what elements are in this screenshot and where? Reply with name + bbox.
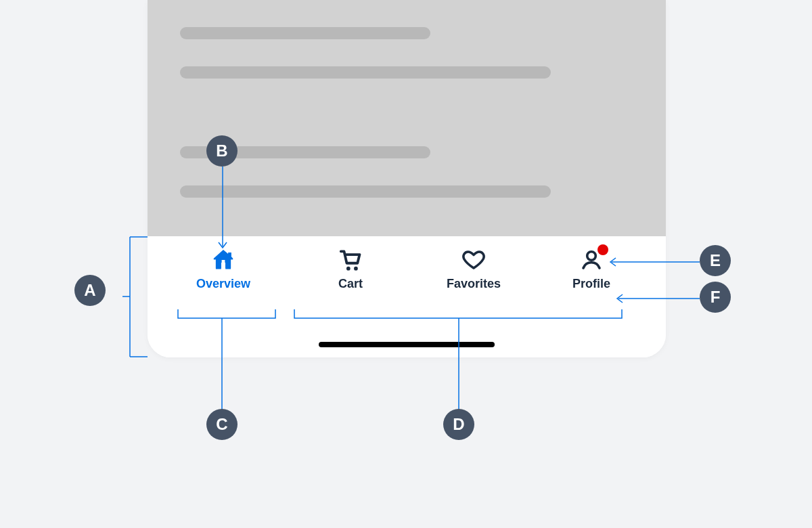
callout-a: A (74, 275, 106, 306)
placeholder-line (180, 66, 551, 79)
tab-label-profile: Profile (572, 277, 610, 291)
callout-b: B (206, 135, 238, 167)
callout-f: F (700, 282, 731, 313)
callout-line-a (122, 236, 149, 372)
tab-favorites[interactable]: Favorites (440, 247, 508, 291)
callout-line-d (294, 309, 632, 424)
svg-rect-0 (222, 260, 225, 264)
callout-c: C (206, 409, 238, 440)
tab-cart[interactable]: Cart (321, 247, 380, 291)
svg-point-2 (354, 267, 358, 271)
callout-line-b (217, 167, 229, 252)
tab-profile[interactable]: Profile (562, 247, 621, 291)
tab-overview[interactable]: Overview (194, 247, 253, 291)
callout-d: D (443, 409, 474, 440)
svg-point-3 (587, 252, 596, 261)
svg-point-1 (346, 267, 351, 271)
callout-line-e (606, 256, 701, 268)
callout-e: E (700, 245, 731, 276)
heart-icon (461, 247, 487, 273)
placeholder-line (180, 185, 551, 198)
cart-icon (338, 247, 363, 273)
profile-icon (579, 247, 604, 273)
tab-label-cart: Cart (338, 277, 363, 291)
callout-line-c (177, 309, 283, 424)
callout-line-f (613, 292, 701, 305)
placeholder-line (180, 27, 430, 39)
notification-badge (597, 244, 608, 255)
tab-label-overview: Overview (196, 277, 250, 291)
tab-label-favorites: Favorites (447, 277, 501, 291)
